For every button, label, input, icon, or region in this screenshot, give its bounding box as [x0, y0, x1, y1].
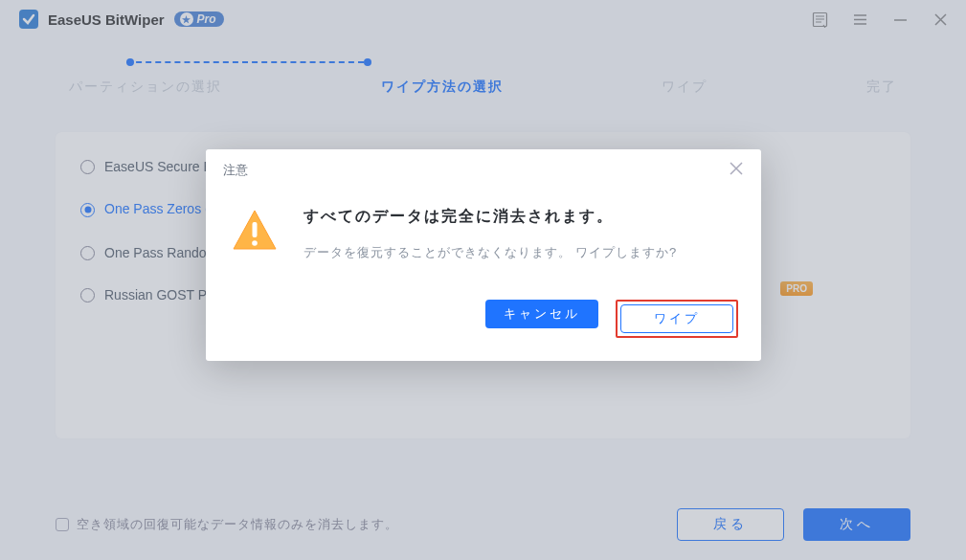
dialog-heading: すべてのデータは完全に消去されます。: [303, 207, 736, 227]
svg-point-3: [252, 240, 258, 246]
dialog-cancel-button[interactable]: キャンセル: [485, 300, 598, 328]
wipe-button-highlight: ワイプ: [616, 300, 738, 338]
dialog-close-icon[interactable]: [729, 161, 744, 180]
svg-rect-2: [252, 222, 257, 237]
confirm-dialog: 注意 すべてのデータは完全に消去されます。 データを復元することができなくなりま…: [206, 149, 761, 361]
warning-icon: [231, 207, 279, 255]
modal-overlay: 注意 すべてのデータは完全に消去されます。 データを復元することができなくなりま…: [0, 0, 966, 560]
dialog-body: すべてのデータは完全に消去されます。 データを復元することができなくなります。 …: [206, 188, 761, 271]
dialog-message: データを復元することができなくなります。 ワイプしますか?: [303, 244, 736, 261]
dialog-header: 注意: [206, 149, 761, 188]
dialog-footer: キャンセル ワイプ: [206, 271, 761, 338]
dialog-title: 注意: [223, 162, 248, 179]
dialog-text: すべてのデータは完全に消去されます。 データを復元することができなくなります。 …: [303, 207, 736, 261]
dialog-wipe-button[interactable]: ワイプ: [620, 304, 733, 333]
